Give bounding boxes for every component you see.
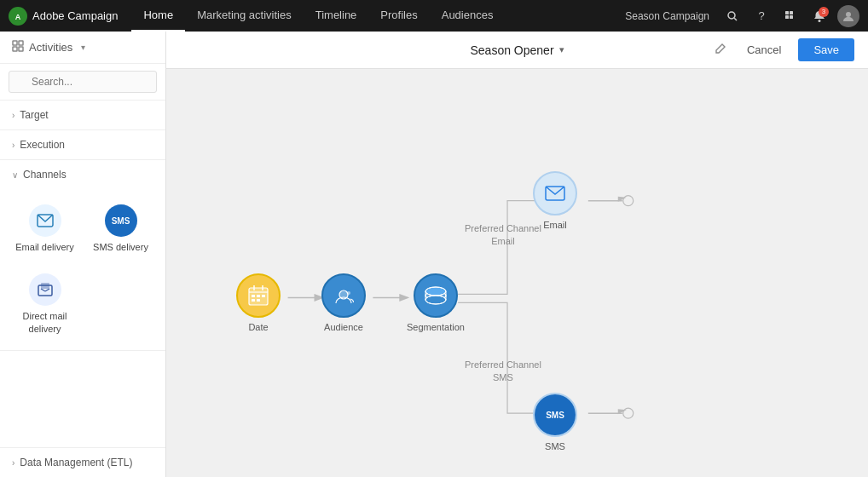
nav-link-profiles[interactable]: Profiles [368,0,429,32]
svg-point-8 [819,20,821,22]
save-button[interactable]: Save [798,38,854,61]
notification-badge: 3 [819,7,829,17]
channel-email-delivery[interactable]: Email delivery [9,196,81,261]
svg-rect-6 [785,15,789,19]
edit-title-button[interactable] [711,39,730,60]
sidebar-section-channels-title[interactable]: ∨ Channels [0,160,165,189]
execution-chevron-icon: › [12,141,14,150]
cancel-button[interactable]: Cancel [738,40,790,60]
email-delivery-label: Email delivery [15,241,73,253]
sidebar-section-execution: › Execution [0,130,165,160]
segmentation-node-circle [414,273,458,318]
data-management-chevron-icon: › [12,458,14,468]
audience-node-label: Audience [324,322,363,332]
sms-delivery-label: SMS delivery [93,241,148,253]
email-node-label: Email [543,220,567,230]
target-chevron-icon: › [12,111,14,120]
search-input[interactable] [9,71,157,93]
nav-link-audiences[interactable]: Audiences [430,0,506,32]
activities-label: Activities [29,41,72,54]
channel-direct-mail-delivery[interactable]: Direct mail delivery [9,265,81,343]
main-layout: Activities ▾ › Target [0,32,868,477]
canvas-topbar: Season Opener ▾ Cancel Save [166,32,868,69]
svg-point-9 [846,12,851,17]
svg-point-2 [728,12,735,19]
svg-line-3 [734,18,737,20]
svg-rect-35 [252,295,255,297]
apps-button[interactable] [779,5,801,27]
svg-marker-28 [618,409,627,414]
svg-rect-5 [790,11,793,14]
execution-label: Execution [20,139,65,151]
search-box [0,64,165,101]
canvas-title: Season Opener ▾ [470,43,564,57]
sidebar-section-execution-title[interactable]: › Execution [0,130,165,159]
channel-label-email-text: Preferred ChannelEmail [465,223,541,246]
node-audience[interactable]: Audience [321,273,366,332]
help-button[interactable]: ? [750,5,773,27]
node-email[interactable]: Email [533,171,577,230]
email-node-circle [533,171,577,216]
node-segmentation[interactable]: Segmentation [407,273,465,332]
sidebar-data-management[interactable]: › Data Management (ETL) [0,447,165,477]
svg-point-30 [623,408,634,418]
email-delivery-icon [29,204,61,237]
svg-rect-11 [19,41,23,45]
notifications-button[interactable]: 3 [808,5,830,27]
canvas-actions: Cancel Save [564,38,854,61]
activities-icon [12,40,24,55]
sidebar-section-target: › Target [0,101,165,130]
nav-link-home[interactable]: Home [131,0,185,32]
svg-rect-7 [790,15,793,19]
nav-link-timeline[interactable]: Timeline [304,0,369,32]
svg-point-41 [347,291,350,295]
sms-node-label: SMS [545,441,565,451]
nav-links: Home Marketing activities Timeline Profi… [131,0,625,32]
sidebar: Activities ▾ › Target [0,32,166,477]
node-sms[interactable]: SMS SMS [533,393,577,451]
nav-brand-label: Adobe Campaign [32,9,118,22]
svg-rect-38 [252,299,255,302]
svg-rect-4 [785,11,789,14]
nav-link-marketing[interactable]: Marketing activities [185,0,304,32]
segmentation-node-label: Segmentation [407,322,465,332]
nav-right-actions: Season Campaign ? 3 [625,5,859,27]
campaign-name-label: Season Campaign [625,10,709,22]
channel-label-sms: Preferred ChannelSMS [465,359,541,385]
sidebar-header[interactable]: Activities ▾ [0,32,165,64]
sms-delivery-icon: SMS [105,204,137,237]
channel-sms-delivery[interactable]: SMS SMS delivery [84,196,157,261]
top-navigation: A Adobe Campaign Home Marketing activiti… [0,0,868,32]
channel-label-sms-text: Preferred ChannelSMS [465,359,541,382]
search-wrap [9,71,157,93]
direct-mail-label: Direct mail delivery [12,310,78,335]
svg-rect-39 [257,299,260,302]
channels-label: Channels [23,169,67,181]
audience-node-circle [321,273,366,318]
sms-node-circle: SMS [533,393,577,437]
svg-rect-36 [257,295,260,297]
data-management-label: Data Management (ETL) [20,457,132,468]
svg-point-29 [623,196,634,206]
logo-icon: A [9,7,27,26]
svg-rect-10 [13,41,17,45]
activities-chevron: ▾ [81,43,85,52]
search-button[interactable] [721,5,744,27]
user-avatar[interactable] [837,5,859,27]
svg-marker-27 [618,197,627,202]
svg-rect-12 [13,47,17,51]
sidebar-section-channels: ∨ Channels Email delivery [0,160,165,351]
nav-logo[interactable]: A Adobe Campaign [9,7,118,26]
date-node-circle [236,273,281,318]
sidebar-section-target-title[interactable]: › Target [0,101,165,129]
svg-rect-13 [19,47,23,51]
workflow-canvas[interactable]: Date Audience [166,69,868,477]
svg-rect-37 [262,295,265,297]
date-node-label: Date [248,322,268,332]
target-label: Target [20,109,48,121]
node-date[interactable]: Date [236,273,281,332]
channel-label-email: Preferred ChannelEmail [465,222,541,249]
svg-rect-18 [41,283,49,289]
channels-grid: Email delivery SMS SMS delivery [0,189,165,350]
canvas-area: Season Opener ▾ Cancel Save [166,32,868,477]
